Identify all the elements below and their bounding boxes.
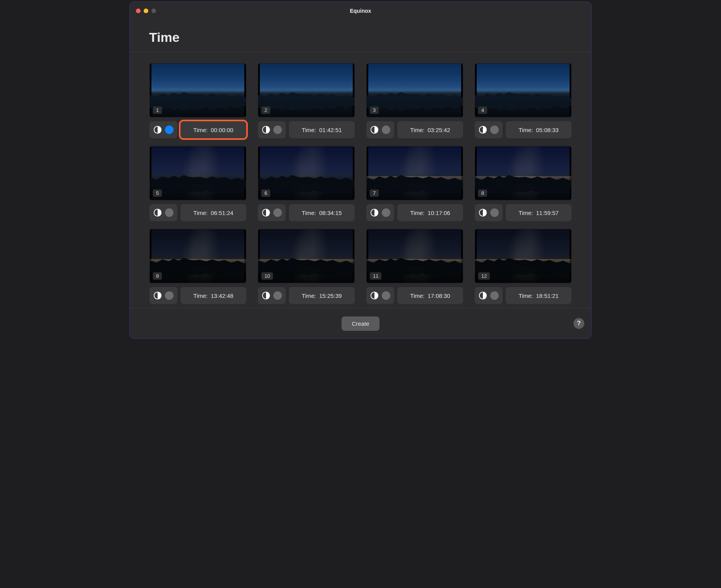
appearance-toggle-indicator bbox=[273, 291, 282, 300]
help-button[interactable]: ? bbox=[573, 318, 584, 329]
half-circle-icon bbox=[262, 208, 270, 217]
thumbnail-image[interactable]: 4 bbox=[475, 63, 572, 117]
thumbnail-controls: Time:06:51:24 bbox=[149, 204, 246, 221]
time-value: 00:00:00 bbox=[211, 127, 233, 133]
thumbnail-controls: Time:01:42:51 bbox=[258, 121, 355, 138]
time-label: Time: bbox=[302, 292, 316, 299]
time-label: Time: bbox=[518, 127, 533, 133]
window-minimize-button[interactable] bbox=[144, 9, 148, 13]
window-maximize-button[interactable] bbox=[151, 9, 156, 13]
thumbnail-controls: Time:18:51:21 bbox=[475, 287, 572, 304]
thumbnail-image[interactable]: 3 bbox=[366, 63, 463, 117]
appearance-toggle[interactable] bbox=[475, 287, 503, 304]
thumbnail-card: 4 Time:05:08:33 bbox=[475, 63, 572, 138]
time-value: 08:34:15 bbox=[319, 210, 342, 216]
appearance-toggle-indicator bbox=[165, 126, 173, 134]
half-circle-icon bbox=[262, 291, 270, 300]
time-field[interactable]: Time:10:17:06 bbox=[397, 204, 463, 221]
thumbnail-image[interactable]: 1 bbox=[149, 63, 246, 117]
time-label: Time: bbox=[410, 292, 424, 299]
appearance-toggle[interactable] bbox=[258, 287, 286, 304]
thumbnail-card: 2 Time:01:42:51 bbox=[258, 63, 355, 138]
appearance-toggle[interactable] bbox=[475, 121, 503, 138]
page-title: Time bbox=[149, 30, 572, 45]
thumbnail-controls: Time:05:08:33 bbox=[475, 121, 572, 138]
window-close-button[interactable] bbox=[136, 9, 141, 13]
time-value: 11:59:57 bbox=[536, 210, 558, 216]
appearance-toggle[interactable] bbox=[149, 204, 177, 221]
time-field[interactable]: Time:18:51:21 bbox=[506, 287, 572, 304]
half-circle-icon bbox=[153, 208, 162, 217]
time-label: Time: bbox=[518, 210, 533, 216]
thumbnail-image[interactable]: 5 bbox=[149, 146, 246, 200]
time-value: 05:08:33 bbox=[536, 127, 558, 133]
thumbnail-image[interactable]: 2 bbox=[258, 63, 355, 117]
half-circle-icon bbox=[370, 126, 379, 134]
time-label: Time: bbox=[193, 292, 208, 299]
thumbnail-card: 11 Time:17:08:30 bbox=[366, 229, 463, 304]
time-field[interactable]: Time:11:59:57 bbox=[506, 204, 572, 221]
footer: Create ? bbox=[130, 308, 591, 339]
thumbnail-controls: Time:03:25:42 bbox=[366, 121, 463, 138]
appearance-toggle[interactable] bbox=[149, 121, 177, 138]
appearance-toggle[interactable] bbox=[366, 287, 394, 304]
appearance-toggle[interactable] bbox=[475, 204, 503, 221]
time-field[interactable]: Time:05:08:33 bbox=[506, 121, 572, 138]
half-circle-icon bbox=[479, 126, 487, 134]
thumbnail-controls: Time:17:08:30 bbox=[366, 287, 463, 304]
thumbnail-card: 9 Time:13:42:48 bbox=[149, 229, 246, 304]
thumbnail-image[interactable]: 9 bbox=[149, 229, 246, 283]
thumbnail-image[interactable]: 7 bbox=[366, 146, 463, 200]
thumbnail-index-badge: 11 bbox=[370, 272, 381, 280]
thumbnail-index-badge: 7 bbox=[370, 189, 379, 197]
thumbnail-controls: Time:00:00:00 bbox=[149, 121, 246, 138]
half-circle-icon bbox=[370, 291, 379, 300]
time-field[interactable]: Time:01:42:51 bbox=[289, 121, 355, 138]
appearance-toggle[interactable] bbox=[366, 204, 394, 221]
thumbnail-image[interactable]: 8 bbox=[475, 146, 572, 200]
create-button[interactable]: Create bbox=[342, 316, 379, 331]
app-window: Equinox Time 1 Time:00:00:00 2 Time:01:4… bbox=[129, 2, 592, 339]
thumbnail-image[interactable]: 11 bbox=[366, 229, 463, 283]
thumbnail-index-badge: 2 bbox=[261, 107, 270, 114]
thumbnail-index-badge: 9 bbox=[153, 272, 162, 280]
time-value: 10:17:06 bbox=[427, 210, 450, 216]
appearance-toggle[interactable] bbox=[258, 204, 286, 221]
thumbnail-index-badge: 4 bbox=[478, 107, 487, 114]
thumbnail-card: 5 Time:06:51:24 bbox=[149, 146, 246, 221]
appearance-toggle-indicator bbox=[382, 126, 390, 134]
thumbnail-card: 3 Time:03:25:42 bbox=[366, 63, 463, 138]
time-field[interactable]: Time:13:42:48 bbox=[180, 287, 246, 304]
time-field[interactable]: Time:06:51:24 bbox=[180, 204, 246, 221]
time-field[interactable]: Time:17:08:30 bbox=[397, 287, 463, 304]
appearance-toggle[interactable] bbox=[258, 121, 286, 138]
half-circle-icon bbox=[370, 208, 379, 217]
appearance-toggle[interactable] bbox=[366, 121, 394, 138]
thumbnail-index-badge: 10 bbox=[261, 272, 273, 280]
thumbnail-card: 7 Time:10:17:06 bbox=[366, 146, 463, 221]
thumbnail-card: 1 Time:00:00:00 bbox=[149, 63, 246, 138]
appearance-toggle-indicator bbox=[382, 208, 390, 217]
thumbnail-image[interactable]: 6 bbox=[258, 146, 355, 200]
half-circle-icon bbox=[153, 126, 162, 134]
time-field[interactable]: Time:15:25:39 bbox=[289, 287, 355, 304]
time-field[interactable]: Time:08:34:15 bbox=[289, 204, 355, 221]
appearance-toggle-indicator bbox=[273, 126, 282, 134]
thumbnail-controls: Time:10:17:06 bbox=[366, 204, 463, 221]
time-value: 03:25:42 bbox=[427, 127, 450, 133]
thumbnail-image[interactable]: 10 bbox=[258, 229, 355, 283]
appearance-toggle-indicator bbox=[165, 208, 173, 217]
time-value: 06:51:24 bbox=[211, 210, 233, 216]
time-label: Time: bbox=[518, 292, 533, 299]
appearance-toggle-indicator bbox=[490, 208, 499, 217]
time-field[interactable]: Time:00:00:00 bbox=[180, 121, 246, 138]
thumbnail-index-badge: 6 bbox=[261, 189, 270, 197]
thumbnail-index-badge: 1 bbox=[153, 107, 162, 114]
appearance-toggle-indicator bbox=[165, 291, 173, 300]
time-field[interactable]: Time:03:25:42 bbox=[397, 121, 463, 138]
appearance-toggle[interactable] bbox=[149, 287, 177, 304]
thumbnail-card: 12 Time:18:51:21 bbox=[475, 229, 572, 304]
window-title: Equinox bbox=[130, 8, 591, 14]
thumbnail-image[interactable]: 12 bbox=[475, 229, 572, 283]
time-value: 18:51:21 bbox=[536, 292, 558, 299]
